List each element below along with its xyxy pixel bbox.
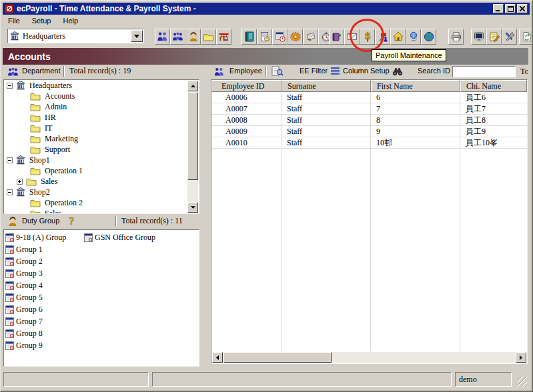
- tree-scrollbar[interactable]: [187, 81, 198, 213]
- table-row[interactable]: A0009 Staff 9 員工9: [211, 126, 527, 137]
- tree-item-sales-shop2[interactable]: Sales: [4, 208, 199, 214]
- menu-bar: File Setup Help: [3, 15, 530, 27]
- tree-item-sales-shop1[interactable]: Sales: [4, 176, 199, 187]
- home-button[interactable]: [390, 29, 406, 45]
- company-selector[interactable]: Headquarters: [7, 29, 144, 43]
- tree-item-hr[interactable]: HR: [4, 112, 199, 123]
- duty-group-item[interactable]: Group 3: [5, 268, 43, 279]
- title-bar: ecPayroll - Time Attendance & Payroll Sy…: [3, 3, 530, 15]
- payroll-maintenance-tooltip: Payroll Maintenance: [372, 49, 446, 61]
- table-row[interactable]: A0010 Staff 10邨 員工10峯: [211, 137, 527, 149]
- column-setup-icon[interactable]: [331, 67, 340, 75]
- tree-item-headquarters[interactable]: Headquarters: [4, 80, 199, 91]
- folder-icon: [30, 102, 41, 111]
- duty-group-item[interactable]: GSN Office Group: [84, 232, 155, 243]
- notes-button[interactable]: [486, 29, 502, 45]
- globe-stand-button[interactable]: [406, 29, 421, 45]
- home-icon: [393, 31, 404, 42]
- duty-group-item[interactable]: Group 8: [5, 328, 43, 339]
- duty-group-item[interactable]: 9-18 (A) Group: [5, 232, 66, 243]
- collapse-icon[interactable]: [7, 189, 13, 195]
- tree-item-label: Accounts: [45, 91, 75, 101]
- minimize-button[interactable]: [493, 4, 504, 13]
- scroll-up-icon[interactable]: [187, 81, 198, 91]
- column-header-employee-id[interactable]: Employee ID: [211, 80, 282, 92]
- ee-filter-icon[interactable]: [272, 66, 284, 77]
- open-folder-button[interactable]: [201, 29, 216, 45]
- tree-item-shop2[interactable]: Shop2: [4, 187, 199, 197]
- print-button[interactable]: [448, 29, 464, 45]
- employee-group-button[interactable]: [170, 29, 185, 45]
- internet-button[interactable]: [421, 29, 436, 45]
- collapse-icon[interactable]: [7, 157, 13, 163]
- duty-group-item[interactable]: Group 7: [5, 316, 43, 327]
- shop-button[interactable]: [216, 29, 231, 45]
- menu-setup[interactable]: Setup: [27, 15, 58, 26]
- tree-item-label: Operation 2: [45, 198, 83, 208]
- column-header-surname[interactable]: Surname: [282, 80, 371, 92]
- close-button[interactable]: [517, 4, 528, 13]
- scroll-left-icon[interactable]: [212, 352, 223, 363]
- table-header-row: Employee ID Surname First Name Chi. Name: [211, 80, 527, 92]
- roster-calendar-button[interactable]: [272, 29, 288, 45]
- resize-grip[interactable]: [518, 377, 527, 387]
- collapse-icon[interactable]: [7, 83, 13, 89]
- column-header-first-name[interactable]: First Name: [371, 80, 460, 92]
- attendance-book-button[interactable]: [241, 29, 257, 45]
- calendar-alarm-icon: [275, 31, 286, 42]
- cell-employee-id: A0007: [225, 104, 247, 114]
- settings-tools-button[interactable]: [502, 29, 517, 45]
- printer-icon: [451, 31, 462, 42]
- table-row[interactable]: A0006 Staff 6 員工6: [211, 92, 527, 103]
- column-header-chi-name[interactable]: Chi. Name: [460, 80, 527, 92]
- help-icon[interactable]: ?: [67, 216, 75, 227]
- binoculars-icon[interactable]: [392, 67, 403, 76]
- duty-calendar-icon: [84, 233, 93, 242]
- column-setup-label[interactable]: Column Setup: [343, 67, 390, 75]
- duty-group-item[interactable]: Group 6: [5, 304, 43, 315]
- ee-filter-label[interactable]: EE Filter: [300, 67, 328, 75]
- table-row[interactable]: A0008 Staff 8 員工8: [211, 115, 527, 126]
- tree-item-accounts[interactable]: Accounts: [4, 91, 199, 101]
- duty-group-item[interactable]: Group 5: [5, 292, 43, 303]
- tree-item-operation2[interactable]: Operation 2: [4, 197, 199, 208]
- menu-file[interactable]: File: [3, 15, 27, 26]
- book-export-button[interactable]: [329, 29, 344, 45]
- table-row[interactable]: A0007 Staff 7 員工7: [211, 103, 527, 115]
- duty-calendar-icon: [5, 281, 14, 290]
- tree-item-label: Admin: [45, 102, 67, 112]
- notebook-icon: [244, 31, 255, 42]
- maximize-button[interactable]: [505, 4, 516, 13]
- tree-item-support[interactable]: Support: [4, 144, 199, 155]
- search-id-input[interactable]: [452, 66, 516, 77]
- tree-item-marketing[interactable]: Marketing: [4, 133, 199, 144]
- personnel-button[interactable]: [185, 29, 201, 45]
- scrollbar-thumb[interactable]: [187, 92, 198, 180]
- duty-group-item[interactable]: Group 2: [5, 256, 43, 267]
- scroll-down-icon[interactable]: [187, 202, 198, 213]
- terminal-button[interactable]: [471, 29, 486, 45]
- duty-calendar-icon: [5, 341, 14, 350]
- table-horizontal-scrollbar[interactable]: [212, 352, 526, 363]
- duty-calendar-icon: [5, 305, 14, 314]
- tree-item-it[interactable]: IT: [4, 123, 199, 133]
- employee-list-button[interactable]: [155, 29, 170, 45]
- process-button[interactable]: [288, 29, 303, 45]
- daily-report-button[interactable]: [257, 29, 272, 45]
- menu-help[interactable]: Help: [57, 15, 85, 26]
- tree-item-shop1[interactable]: Shop1: [4, 155, 199, 165]
- duty-group-item[interactable]: Group 1: [5, 244, 43, 255]
- refresh-page-button[interactable]: [519, 29, 533, 45]
- scroll-right-icon[interactable]: [516, 352, 526, 363]
- app-window: ecPayroll - Time Attendance & Payroll Sy…: [0, 0, 533, 392]
- tree-item-admin[interactable]: Admin: [4, 101, 199, 112]
- duty-group-item[interactable]: Group 4: [5, 280, 43, 291]
- duty-calendar-icon: [5, 293, 14, 302]
- duty-group-item[interactable]: Group 9: [5, 340, 43, 351]
- scrollbar-thumb[interactable]: [223, 352, 332, 363]
- tree-item-operation1[interactable]: Operation 1: [4, 165, 199, 176]
- expand-icon[interactable]: [17, 179, 23, 185]
- employee-total-records-clipped: To: [520, 67, 528, 77]
- dropdown-arrow-icon[interactable]: [131, 30, 143, 42]
- leave-button[interactable]: [303, 29, 318, 45]
